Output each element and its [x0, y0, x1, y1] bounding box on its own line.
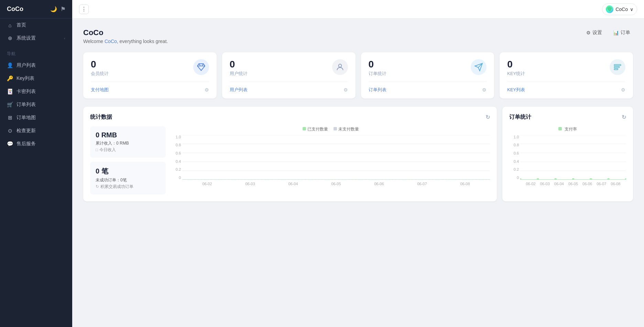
- order-x-label-3: 06-04: [554, 182, 564, 186]
- sidebar-item-settings[interactable]: ⊛ 系统设置 ‹: [0, 32, 72, 45]
- subtitle-before: Welcome: [83, 39, 105, 44]
- sidebar-logo-area: CoCo 🌙 ⚑: [0, 0, 72, 19]
- sidebar-item-after-sales[interactable]: 💬 售后服务: [0, 137, 72, 150]
- legend-paid-dot: [303, 127, 306, 130]
- order-action-icon: 📊: [613, 30, 619, 35]
- key-list-icon: 🔑: [7, 75, 13, 82]
- stat-user-divider: [230, 82, 348, 82]
- stat-user-link-label: 用户列表: [230, 87, 248, 93]
- y-label-3: 0.6: [171, 151, 181, 155]
- orders-card: 0 笔 未成功订单：0笔 ↻ 积累交易成功订单: [90, 162, 166, 194]
- card-list-icon: 🃏: [7, 88, 13, 95]
- svg-point-2: [338, 64, 341, 67]
- subtitle-highlight: CoCo: [105, 39, 117, 44]
- menu-dots-button[interactable]: ⋮: [79, 4, 89, 14]
- stat-card-member-top: 0 会员统计: [91, 59, 209, 77]
- sidebar-item-home[interactable]: ⌂ 首页: [0, 19, 72, 32]
- flag-icon[interactable]: ⚑: [61, 6, 65, 12]
- y-label-6: 0: [171, 176, 181, 180]
- stats-data-panel: 统计数据 ↻ 0 RMB 累计收入：0 RMB □ 今日收入: [83, 107, 497, 201]
- theme-icon[interactable]: 🌙: [50, 6, 57, 12]
- page-header: CoCo Welcome CoCo, everything looks grea…: [83, 28, 633, 44]
- chart-x-labels: 06-02 06-03 06-04 06-05 06-06 06-07 06-0…: [182, 182, 490, 186]
- stat-user-link[interactable]: 用户列表 ⚙: [230, 87, 348, 93]
- order-legend-dot: [558, 127, 562, 130]
- sidebar-item-user-list[interactable]: 👤 用户列表: [0, 59, 72, 72]
- sidebar-after-sales-label: 售后服务: [17, 141, 36, 147]
- stat-order-values: 0 订单统计: [369, 59, 386, 77]
- sidebar-item-order-map[interactable]: ⊞ 订单地图: [0, 111, 72, 124]
- stat-user-link-icon: ⚙: [343, 87, 348, 93]
- stat-key-values: 0 KEY统计: [507, 59, 525, 77]
- stat-order-icon-wrap: [471, 59, 487, 75]
- svg-rect-4: [614, 66, 619, 67]
- order-action-button[interactable]: 📊 订单: [610, 28, 633, 37]
- order-y-label-2: 0.8: [509, 143, 519, 147]
- settings-action-label: 设置: [592, 30, 602, 36]
- order-stats-panel-header: 订单统计 ↻: [509, 114, 626, 121]
- calendar-icon: □: [96, 147, 98, 152]
- sidebar-item-card-list[interactable]: 🃏 卡密列表: [0, 85, 72, 98]
- orders-value: 0 笔: [96, 167, 160, 176]
- stat-card-order-top: 0 订单统计: [369, 59, 487, 77]
- x-label-7: 06-08: [460, 182, 470, 186]
- topbar: ⋮ CoCo ∨: [72, 0, 644, 19]
- sidebar-key-list-label: Key列表: [17, 75, 34, 82]
- page-actions: ⚙ 设置 📊 订单: [583, 28, 633, 37]
- stats-inner-grid: 0 RMB 累计收入：0 RMB □ 今日收入 0 笔: [90, 126, 490, 194]
- sidebar-home-label: 首页: [17, 22, 26, 28]
- refresh-small-icon: ↻: [96, 184, 99, 189]
- chart-with-y-axis: 1.0 0.8 0.6 0.4 0.2 0: [171, 135, 490, 186]
- nav-section-label: 导航: [0, 45, 72, 59]
- sidebar-item-check-update[interactable]: ⊙ 检查更新: [0, 124, 72, 137]
- order-y-label-3: 0.6: [509, 151, 519, 155]
- settings-action-button[interactable]: ⚙ 设置: [583, 28, 605, 37]
- sidebar-logo-icons: 🌙 ⚑: [50, 6, 65, 12]
- user-menu-button[interactable]: CoCo ∨: [602, 3, 637, 15]
- today-income-area: □ 今日收入: [96, 147, 160, 153]
- order-x-labels: 06-02 06-03 06-04 06-05 06-06 06-07 06-0…: [520, 182, 626, 186]
- sidebar-item-key-list[interactable]: 🔑 Key列表: [0, 72, 72, 85]
- sidebar-card-list-label: 卡密列表: [17, 88, 36, 95]
- dots-icon: ⋮: [81, 6, 87, 12]
- sidebar-item-order-list[interactable]: 🛒 订单列表: [0, 98, 72, 111]
- x-label-6: 06-07: [417, 182, 427, 186]
- svg-marker-0: [607, 7, 612, 12]
- order-stats-refresh-button[interactable]: ↻: [622, 114, 626, 120]
- content-area: CoCo Welcome CoCo, everything looks grea…: [72, 19, 644, 327]
- page-title-area: CoCo Welcome CoCo, everything looks grea…: [83, 28, 168, 44]
- stat-key-link[interactable]: KEY列表 ⚙: [507, 87, 625, 93]
- order-x-label-5: 06-06: [582, 182, 592, 186]
- x-label-1: 06-02: [202, 182, 212, 186]
- stats-data-refresh-button[interactable]: ↻: [485, 114, 490, 120]
- today-income-label: 今日收入: [99, 147, 116, 153]
- stat-card-order: 0 订单统计 订单列表 ⚙: [361, 52, 494, 98]
- stat-card-key-top: 0 KEY统计: [507, 59, 625, 77]
- main-chart-svg: [182, 135, 490, 180]
- stat-key-link-icon: ⚙: [621, 87, 625, 93]
- order-x-label-1: 06-02: [526, 182, 536, 186]
- income-value: 0 RMB: [96, 131, 160, 139]
- stat-order-link[interactable]: 订单列表 ⚙: [369, 87, 487, 93]
- page-subtitle: Welcome CoCo, everything looks great.: [83, 39, 168, 44]
- stat-order-link-icon: ⚙: [482, 87, 487, 93]
- stat-key-link-label: KEY列表: [507, 87, 525, 93]
- stat-member-link[interactable]: 支付地图 ⚙: [91, 87, 209, 93]
- user-list-icon: 👤: [7, 62, 13, 68]
- y-axis-labels: 1.0 0.8 0.6 0.4 0.2 0: [171, 135, 181, 186]
- stats-data-panel-header: 统计数据 ↻: [90, 114, 490, 121]
- settings-icon: ⊛: [7, 35, 13, 41]
- stat-user-label: 用户统计: [230, 71, 248, 77]
- stat-member-value: 0: [91, 59, 109, 70]
- income-label-area: 累计收入：0 RMB: [96, 140, 160, 146]
- order-chart-legend: 支付率: [509, 126, 626, 132]
- order-chart-canvas: 06-02 06-03 06-04 06-05 06-06 06-07 06-0…: [520, 135, 626, 186]
- sidebar-check-update-label: 检查更新: [17, 128, 36, 134]
- y-label-4: 0.4: [171, 159, 181, 164]
- settings-arrow: ‹: [64, 36, 65, 40]
- main-area: ⋮ CoCo ∨ CoCo Welcome CoCo,: [72, 0, 644, 327]
- stat-order-value: 0: [369, 59, 386, 70]
- order-x-label-6: 06-07: [597, 182, 606, 186]
- home-icon: ⌂: [7, 22, 13, 28]
- stat-order-divider: [369, 82, 487, 82]
